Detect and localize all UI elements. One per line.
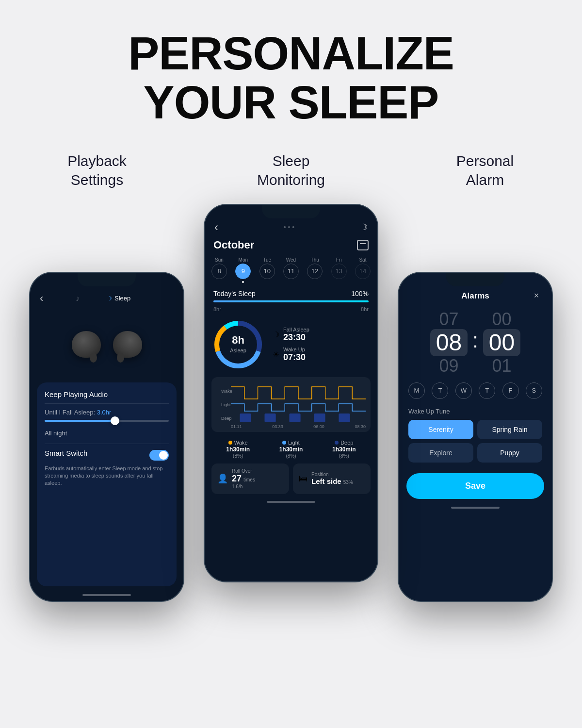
subtitle-sleep: SleepMonitoring: [194, 151, 388, 189]
sleep-graph: Wake Light Deep: [211, 377, 371, 432]
deep-dot: [335, 441, 339, 445]
alarm-title: Alarms: [461, 291, 489, 301]
day-M[interactable]: M: [408, 382, 425, 399]
smart-switch-desc: Earbuds automatically enter Sleep mode a…: [45, 465, 169, 487]
day-T2[interactable]: T: [479, 382, 495, 399]
all-night-label: All night: [45, 430, 169, 437]
position-pct: 53%: [343, 480, 353, 485]
svg-rect-8: [314, 414, 325, 422]
roll-over-card: 👤 Roll Over 27 times 1.6/h: [211, 463, 289, 494]
subtitle-row: PlaybackSettings SleepMonitoring Persona…: [0, 151, 582, 189]
legend-deep: Deep 1h30min (8%): [332, 440, 356, 459]
tune-puppy[interactable]: Puppy: [477, 443, 542, 463]
home-bar-center: [267, 501, 315, 503]
hour-current[interactable]: 08: [430, 329, 468, 356]
moon-detail-icon: ☽: [273, 330, 279, 339]
wake-tune-label: Wake Up Tune: [408, 408, 542, 415]
hero-title: PERSONALIZE YOUR SLEEP: [128, 29, 454, 127]
time-picker: 07 08 09 : 00 00 01: [399, 307, 552, 379]
donut-hours: 8h: [230, 335, 246, 346]
day-sun: Sun 8: [211, 257, 227, 283]
roll-value: 27: [232, 474, 242, 484]
donut-label: Asleep: [230, 347, 246, 353]
active-dot: [242, 281, 244, 283]
hour-above: 07: [439, 311, 458, 328]
position-value: Left side: [311, 477, 341, 485]
subtitle-playback: PlaybackSettings: [0, 151, 194, 189]
back-icon[interactable]: ‹: [40, 292, 43, 305]
week-row: Sun 8 Mon 9 Tue 10 Wed 11 Thu: [205, 255, 377, 287]
wake-tune-section: Wake Up Tune Serenity Spring Rain Explor…: [399, 403, 552, 467]
donut-center: 8h Asleep: [230, 335, 246, 354]
wake-up-label: Wake Up: [283, 347, 306, 352]
tune-explore[interactable]: Explore: [408, 443, 473, 463]
night-mode-icon[interactable]: ☽: [360, 222, 368, 232]
slider-fill: [45, 420, 113, 422]
center-back-icon[interactable]: ‹: [214, 220, 218, 234]
fall-asleep-item: ☽ Fall Asleep 23:30: [273, 327, 371, 343]
graph-labels: Wake Light Deep: [221, 389, 232, 421]
divider-1: [45, 403, 169, 404]
minute-picker: 00 00 01: [483, 311, 520, 375]
position-card: 🛏 Position Left side 53%: [293, 463, 371, 494]
tune-serenity[interactable]: Serenity: [408, 420, 473, 439]
settings-panel: Keep Playing Audio Until I Fall Asleep: …: [37, 382, 177, 586]
roll-title: Roll Over: [232, 468, 255, 474]
home-bar-right: [451, 507, 500, 509]
keep-playing-label: Keep Playing Audio: [45, 390, 169, 398]
hour-picker: 07 08 09: [430, 311, 468, 375]
earbuds-area: [30, 311, 183, 379]
smart-switch-toggle[interactable]: [149, 450, 169, 461]
day-thu: Thu 12: [307, 257, 323, 283]
sleep-pct: 100%: [351, 290, 369, 298]
graph-time-labels: 01:11 03:33 06:00 08:30: [216, 423, 366, 429]
calendar-icon[interactable]: [357, 240, 369, 250]
until-label: Until I Fall Asleep: 3.0hr: [45, 409, 169, 416]
tune-spring-rain[interactable]: Spring Rain: [477, 420, 542, 439]
day-S[interactable]: S: [526, 382, 542, 399]
music-tab[interactable]: ♪: [67, 291, 88, 306]
bottom-stats: 👤 Roll Over 27 times 1.6/h 🛏 Position: [205, 461, 377, 497]
alarm-close-button[interactable]: ×: [531, 290, 542, 302]
earbud-right: [113, 331, 142, 358]
legend-light: Light 1h30min (8%): [279, 440, 303, 459]
home-bar-left: [82, 594, 131, 596]
svg-rect-9: [339, 414, 350, 422]
sleep-graph-svg: [231, 382, 366, 423]
wake-up-time: 07:30: [283, 352, 306, 363]
quality-bar-labels: 8hr 8hr: [205, 306, 377, 316]
until-value: 3.0hr: [97, 409, 112, 416]
smart-switch-title: Smart Switch: [45, 449, 87, 457]
day-T1[interactable]: T: [432, 382, 448, 399]
hour-below: 09: [439, 357, 458, 375]
phone-left-content: ‹ ♪ ☽ Sleep Keep Playing Audio Un: [30, 273, 183, 601]
position-title: Position: [311, 472, 353, 477]
today-sleep-label: Today's Sleep: [213, 290, 256, 298]
donut-chart: 8h Asleep: [211, 318, 265, 371]
day-W[interactable]: W: [455, 382, 472, 399]
phone-center-content: ‹ • • • ☽ October Sun 8 Mon 9: [205, 205, 377, 581]
day-F[interactable]: F: [502, 382, 519, 399]
quality-bar: [213, 300, 369, 302]
playback-slider[interactable]: [45, 420, 169, 422]
light-dot: [282, 441, 286, 445]
slider-thumb[interactable]: [111, 416, 119, 425]
day-fri: Fri 13: [331, 257, 347, 283]
roll-rate: 1.6/h: [232, 484, 255, 489]
min-current[interactable]: 00: [483, 329, 520, 356]
tune-grid: Serenity Spring Rain Explore Puppy: [408, 420, 542, 463]
earbud-left: [72, 331, 101, 358]
subtitle-alarm: PersonalAlarm: [388, 151, 582, 189]
sun-detail-icon: ☀: [273, 350, 279, 359]
min-above: 00: [492, 311, 512, 328]
sleep-details: ☽ Fall Asleep 23:30 ☀ Wake Up 07:30: [273, 327, 371, 363]
fall-asleep-label: Fall Asleep: [283, 327, 309, 332]
phone-left-notch: [78, 273, 136, 286]
divider-2: [45, 444, 169, 444]
save-button[interactable]: Save: [406, 473, 544, 499]
day-mon: Mon 9: [235, 257, 251, 283]
phones-row: ‹ ♪ ☽ Sleep Keep Playing Audio Un: [0, 204, 582, 641]
wake-up-item: ☀ Wake Up 07:30: [273, 347, 371, 363]
sleep-tab[interactable]: ☽ Sleep: [98, 292, 139, 305]
center-top-bar: ‹ • • • ☽: [205, 220, 377, 239]
